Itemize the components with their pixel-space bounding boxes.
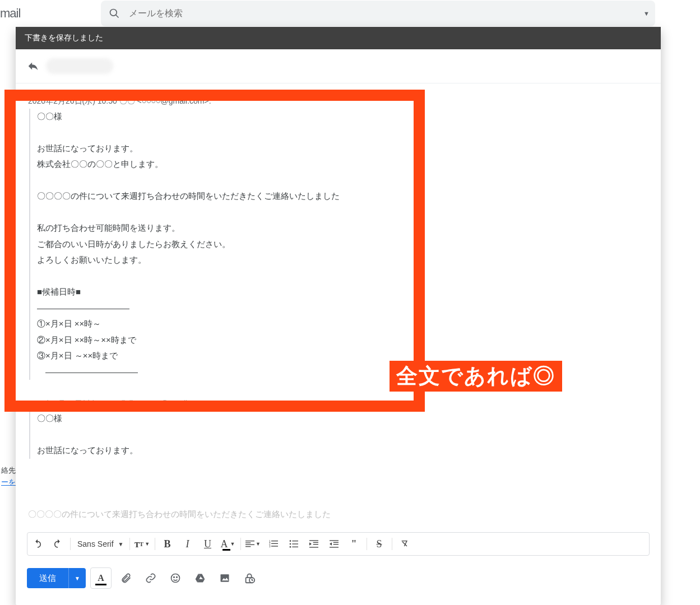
attach-icon[interactable]: [116, 568, 136, 588]
redo-button[interactable]: [48, 534, 68, 554]
email-body[interactable]: 2020年2月26日(水) 10:50 〇〇 <○○○○@gmail.com>:…: [16, 83, 661, 532]
svg-point-30: [177, 577, 178, 578]
svg-rect-2: [245, 541, 254, 541]
align-button[interactable]: ▼: [243, 534, 263, 554]
svg-rect-20: [313, 542, 318, 543]
quote-line: 私の打ち合わせ可能時間を送ります。: [37, 220, 648, 236]
svg-rect-34: [220, 574, 229, 581]
quote-line: ■候補日時■: [37, 284, 648, 300]
send-more[interactable]: ▼: [68, 568, 86, 588]
compose-title-bar: 下書きを保存しました: [16, 27, 661, 49]
search-options-caret[interactable]: ▼: [627, 10, 655, 17]
svg-rect-18: [309, 540, 318, 541]
drive-icon[interactable]: [190, 568, 210, 588]
indent-less-button[interactable]: [304, 534, 324, 554]
indent-more-button[interactable]: [324, 534, 344, 554]
svg-rect-22: [309, 547, 318, 547]
svg-point-14: [289, 543, 291, 545]
clear-format-button[interactable]: [395, 534, 415, 554]
svg-rect-4: [245, 544, 254, 545]
confidential-icon[interactable]: [239, 568, 259, 588]
compose-window: 下書きを保存しました 2020年2月26日(水) 10:50 〇〇 <○○○○@…: [16, 27, 661, 605]
quote-line: 株式会社〇〇の〇〇と申します。: [37, 156, 648, 173]
svg-rect-27: [330, 547, 339, 547]
quoted-text-2: 〇〇様 お世話になっております。: [29, 411, 648, 459]
divider: [155, 538, 155, 550]
divider: [129, 538, 130, 550]
divider: [70, 538, 71, 550]
recipient-bar[interactable]: [16, 49, 661, 83]
link-icon[interactable]: [141, 568, 161, 588]
bullet-list-button[interactable]: [284, 534, 304, 554]
svg-rect-5: [245, 546, 251, 547]
quote-line: [37, 124, 648, 141]
svg-point-16: [289, 546, 291, 548]
quote-header-2: 2020年2月26日(水) 10:50 〇〇 <○○○○@gmail.com>:: [28, 396, 648, 411]
italic-button[interactable]: I: [178, 534, 198, 554]
svg-text:3: 3: [269, 545, 271, 548]
quote-line: ①×月×日 ××時～: [37, 316, 648, 332]
svg-rect-25: [333, 542, 338, 543]
compose-title: 下書きを保存しました: [25, 33, 103, 43]
quote-line: [37, 427, 648, 443]
emoji-icon[interactable]: [165, 568, 186, 588]
svg-rect-21: [313, 544, 318, 544]
svg-marker-24: [330, 542, 332, 545]
quote-line: ―――――――――――: [37, 300, 648, 317]
svg-rect-7: [271, 541, 278, 541]
quote-button[interactable]: ": [344, 534, 364, 554]
annotation-label: 全文であれば◎: [390, 361, 562, 392]
svg-rect-3: [245, 542, 251, 543]
svg-rect-11: [271, 546, 278, 546]
quote-line: 〇〇〇〇の件について来週打ち合わせの時間をいただきたくご連絡いたしました: [37, 188, 648, 204]
quoted-text: 〇〇様 お世話になっております。株式会社〇〇の〇〇と申します。 〇〇〇〇の件につ…: [29, 109, 648, 380]
numbered-list-button[interactable]: 123: [263, 534, 284, 554]
svg-line-1: [116, 15, 119, 18]
quote-header: 2020年2月26日(水) 10:50 〇〇 <○○○○@gmail.com>:: [28, 94, 648, 109]
bold-button[interactable]: B: [157, 534, 178, 554]
svg-rect-23: [330, 540, 339, 541]
format-toolbar: Sans Serif▼ тT▼ B I U A▼ ▼ 123 " S: [27, 532, 650, 556]
quote-line: よろしくお願いいたします。: [37, 252, 648, 268]
undo-button[interactable]: [27, 534, 48, 554]
text-color-button[interactable]: A▼: [218, 534, 238, 554]
left-nav-stub: 絡先 ーを: [0, 465, 16, 488]
recipient-chip[interactable]: [46, 58, 113, 74]
svg-point-28: [171, 574, 179, 583]
send-row: 送信 ▼ A: [16, 562, 661, 605]
search-box[interactable]: ▼: [101, 1, 655, 26]
quote-line: ご都合のいい日時がありましたらお教えください。: [37, 236, 648, 253]
underline-button[interactable]: U: [198, 534, 218, 554]
svg-rect-15: [292, 543, 298, 544]
reply-icon: [27, 60, 39, 72]
image-icon[interactable]: [215, 568, 235, 588]
divider: [392, 538, 392, 550]
send-main[interactable]: 送信: [27, 568, 68, 588]
svg-point-12: [289, 540, 291, 542]
app-header: mail ▼: [0, 0, 700, 27]
app-logo: mail: [0, 6, 45, 21]
quote-line: お世話になっております。: [37, 443, 648, 459]
divider: [240, 538, 241, 550]
quote-line: お世話になっております。: [37, 141, 648, 157]
truncated-line: 〇〇〇〇の件について来週打ち合わせの時間をいただきたくご連絡いたしました: [28, 506, 648, 523]
format-toggle-button[interactable]: A: [90, 567, 112, 589]
left-nav-link[interactable]: ーを: [1, 478, 16, 486]
svg-rect-13: [292, 541, 298, 541]
svg-rect-9: [271, 543, 278, 544]
quote-line: [37, 204, 648, 221]
strike-button[interactable]: S: [369, 534, 390, 554]
svg-point-29: [174, 577, 175, 578]
quote-line: 〇〇様: [37, 411, 648, 427]
quote-line: [37, 268, 648, 285]
send-button[interactable]: 送信 ▼: [27, 568, 86, 588]
svg-point-0: [110, 10, 117, 16]
quote-line: ②×月×日 ××時～××時まで: [37, 332, 648, 348]
font-select[interactable]: Sans Serif▼: [73, 539, 127, 548]
svg-marker-19: [309, 542, 312, 545]
divider: [367, 538, 367, 550]
svg-rect-17: [292, 547, 298, 547]
search-input[interactable]: [128, 8, 627, 19]
svg-rect-26: [333, 544, 338, 544]
font-size-button[interactable]: тT▼: [132, 534, 152, 554]
